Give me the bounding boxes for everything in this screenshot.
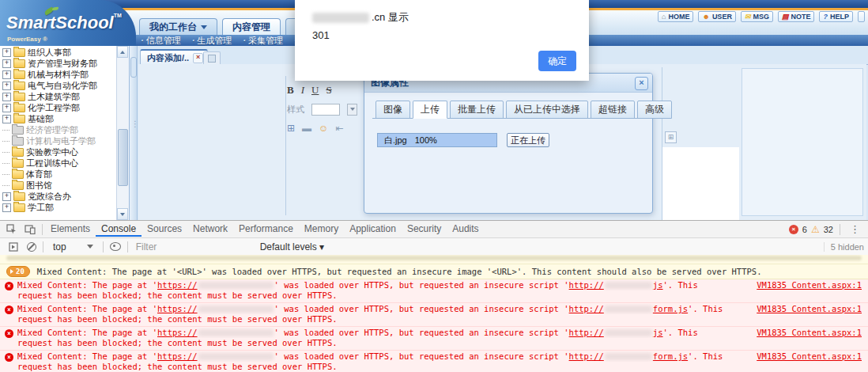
log-levels-dropdown[interactable]: Default levels ▾ xyxy=(260,241,324,252)
script-url-suffix[interactable]: js xyxy=(653,280,663,290)
expand-icon[interactable]: + xyxy=(2,82,11,90)
devtools-tab-elements[interactable]: Elements xyxy=(45,222,96,237)
console-error-row[interactable]: × Mixed Content: The page at 'https://' … xyxy=(0,279,868,303)
scroll-up-button[interactable] xyxy=(117,46,128,58)
tree-item[interactable]: + 电气与自动化学部 xyxy=(2,80,97,91)
source-location-link[interactable]: VM1835 Content.aspx:1 xyxy=(749,351,862,362)
console-error-row[interactable]: × Mixed Content: The page at 'https://' … xyxy=(0,303,868,327)
tree-item[interactable]: 图书馆 xyxy=(2,180,97,191)
devtools-tab-performance[interactable]: Performance xyxy=(233,222,299,237)
expand-icon[interactable]: + xyxy=(2,115,11,123)
quicklink-help[interactable]: ? HELP xyxy=(819,11,853,22)
alert-ok-button[interactable]: 确定 xyxy=(538,51,576,71)
expand-icon[interactable]: + xyxy=(2,59,11,68)
script-url-link[interactable]: http:// xyxy=(569,351,604,362)
tab-select-uploaded[interactable]: 从已上传中选择 xyxy=(506,101,588,119)
quicklink-note[interactable]: ▤ NOTE xyxy=(778,11,815,22)
tab-content-add[interactable]: 内容添加/.. × xyxy=(140,49,208,65)
tree-item[interactable]: + 化学工程学部 xyxy=(2,102,97,113)
tree-item[interactable]: + 组织人事部 xyxy=(2,47,97,58)
expand-icon[interactable]: + xyxy=(2,192,11,201)
underline-button[interactable]: U xyxy=(311,84,319,97)
tree-scrollbar[interactable] xyxy=(116,46,129,220)
style-select-arrow[interactable] xyxy=(347,104,357,116)
tree-item[interactable]: + 资产管理与财务部 xyxy=(2,58,97,69)
close-icon[interactable]: × xyxy=(193,53,203,63)
page-url-link[interactable]: https:// xyxy=(157,351,198,362)
devtools-tab-security[interactable]: Security xyxy=(402,222,447,237)
script-url-link[interactable]: http:// xyxy=(569,304,604,314)
tab-batch-upload[interactable]: 批量上传 xyxy=(450,101,504,119)
script-url-suffix[interactable]: js xyxy=(653,328,663,338)
scrollbar-thumb[interactable] xyxy=(118,129,128,186)
devtools-tab-network[interactable]: Network xyxy=(187,222,233,237)
quicklink-cut[interactable] xyxy=(858,11,865,22)
subnav-collect-management[interactable]: · 采集管理 xyxy=(243,35,283,47)
style-select[interactable] xyxy=(311,104,340,116)
dialog-close-button[interactable]: × xyxy=(635,77,648,90)
source-location-link[interactable]: VM1835 Content.aspx:1 xyxy=(749,304,862,314)
tab-content-management[interactable]: 内容管理 xyxy=(222,18,281,36)
scroll-down-button[interactable] xyxy=(117,208,128,220)
console-warning-row[interactable]: 20 Mixed Content: The page at '<URL>' wa… xyxy=(0,264,868,279)
console-error-row[interactable]: × Mixed Content: The page at 'https://' … xyxy=(0,351,868,372)
expand-icon[interactable]: + xyxy=(2,70,11,79)
page-url-link[interactable]: https:// xyxy=(157,280,198,290)
tab-advanced[interactable]: 高级 xyxy=(637,101,672,119)
expand-icon[interactable]: + xyxy=(2,93,11,101)
console-sidebar-icon[interactable] xyxy=(4,239,23,255)
italic-button[interactable]: I xyxy=(301,84,304,97)
tab-hyperlink[interactable]: 超链接 xyxy=(591,101,635,119)
tree-item[interactable]: 体育部 xyxy=(2,169,97,180)
subnav-generate-management[interactable]: · 生成管理 xyxy=(192,35,232,47)
tree-item[interactable]: + 学工部 xyxy=(2,202,97,213)
script-url-suffix[interactable]: form.js xyxy=(653,351,688,362)
devtools-tab-console[interactable]: Console xyxy=(96,222,142,237)
quicklink-user[interactable]: ☻ USER xyxy=(698,11,736,22)
indent-icon[interactable]: ⇤ xyxy=(335,123,343,134)
tab-image[interactable]: 图像 xyxy=(376,101,410,119)
bold-button[interactable]: B xyxy=(287,84,294,97)
tree-item[interactable]: + 土木建筑学部 xyxy=(2,91,97,102)
page-url-link[interactable]: https:// xyxy=(157,304,198,314)
horizontal-rule-icon[interactable]: ▬ xyxy=(302,123,311,134)
script-url-link[interactable]: http:// xyxy=(569,280,604,290)
splitter-collapse-handle[interactable] xyxy=(130,57,137,78)
strikethrough-button[interactable]: S xyxy=(326,84,331,97)
warning-group-badge[interactable]: 20 xyxy=(6,266,30,277)
script-url-suffix[interactable]: form.js xyxy=(653,304,688,314)
expand-icon[interactable]: + xyxy=(2,104,11,112)
tab-stub[interactable] xyxy=(203,51,221,64)
quicklink-home[interactable]: ⌂ HOME xyxy=(658,11,693,22)
smiley-icon[interactable]: ☺ xyxy=(319,123,328,134)
error-count-icon[interactable]: × xyxy=(789,225,798,234)
page-url-link[interactable]: https:// xyxy=(157,328,198,338)
devtools-tab-application[interactable]: Application xyxy=(344,222,402,237)
tree-item[interactable]: 计算机与电子学部 xyxy=(2,135,97,146)
source-location-link[interactable]: VM1835 Content.aspx:1 xyxy=(749,280,862,290)
quicklink-msg[interactable]: ✉ MSG xyxy=(741,11,773,22)
devtools-tab-audits[interactable]: Audits xyxy=(447,222,484,237)
tree-item[interactable]: + 机械与材料学部 xyxy=(2,69,97,80)
devtools-tab-sources[interactable]: Sources xyxy=(142,222,187,237)
tab-upload[interactable]: 上传 xyxy=(413,101,447,119)
tab-my-workspace[interactable]: 我的工作台 xyxy=(139,18,217,36)
live-expression-eye-icon[interactable] xyxy=(110,242,121,251)
uploading-button[interactable]: 正在上传 xyxy=(507,133,549,147)
device-toolbar-icon[interactable] xyxy=(21,222,40,237)
subnav-info-management[interactable]: · 信息管理 xyxy=(141,35,181,47)
tree-item[interactable]: 工程训练中心 xyxy=(2,158,97,169)
tree-item[interactable]: + 基础部 xyxy=(2,113,97,124)
script-url-link[interactable]: http:// xyxy=(569,328,604,338)
warning-count-icon[interactable]: ⚠ xyxy=(811,225,820,234)
tree-item[interactable]: 实验教学中心 xyxy=(2,146,97,158)
expand-icon[interactable]: + xyxy=(2,203,11,212)
devtools-tab-memory[interactable]: Memory xyxy=(299,222,344,237)
tree-item[interactable]: + 党政综合办 xyxy=(2,191,97,202)
expand-icon[interactable]: + xyxy=(2,48,11,57)
inspect-element-icon[interactable] xyxy=(2,222,21,237)
source-location-link[interactable]: VM1835 Content.aspx:1 xyxy=(749,328,862,338)
console-error-row[interactable]: × Mixed Content: The page at 'https://' … xyxy=(0,327,868,351)
small-grid-icon[interactable]: ⊞ xyxy=(665,131,677,143)
devtools-menu-icon[interactable]: ⋮ xyxy=(847,223,863,235)
